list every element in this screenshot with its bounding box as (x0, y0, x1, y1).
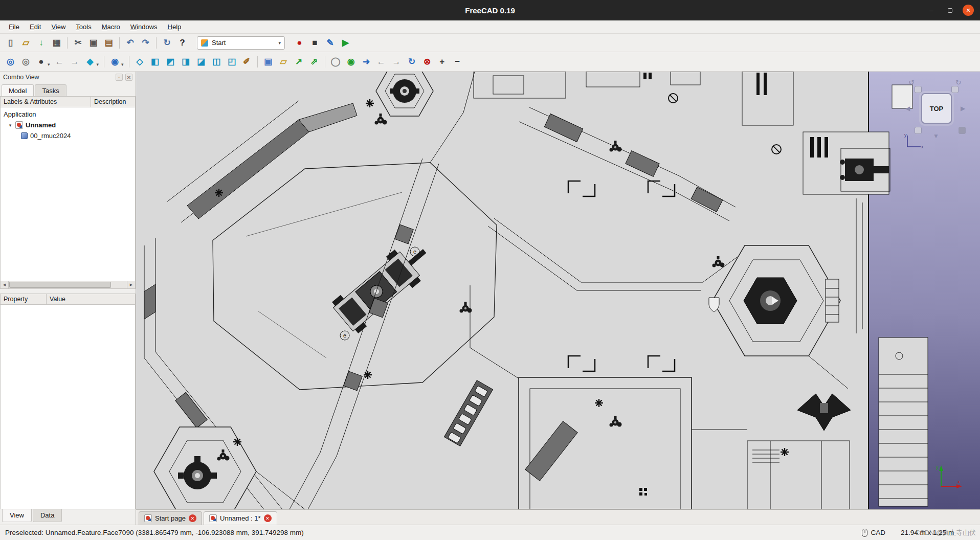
make-sub-link-button[interactable]: ⇗ (307, 55, 322, 69)
menu-help[interactable]: Help (163, 21, 186, 32)
create-part-button[interactable]: ▣ (261, 55, 276, 69)
rotate-right-icon[interactable]: ↻ (955, 79, 962, 86)
undo-button[interactable]: ↶ (123, 36, 138, 50)
navcube-corner-chip[interactable] (915, 86, 922, 93)
web-browser-button[interactable]: ◉ (344, 55, 359, 69)
menu-edit[interactable]: Edit (25, 21, 46, 32)
minimize-button[interactable]: – (926, 5, 937, 16)
tab-data[interactable]: Data (33, 509, 62, 522)
new-file-button[interactable]: ▯ (3, 36, 18, 50)
column-property[interactable]: Property (1, 294, 47, 304)
sel-forward-button[interactable]: → (68, 55, 82, 69)
web-page-button[interactable]: ◯ (328, 55, 343, 69)
web-go-button[interactable]: ➜ (359, 55, 374, 69)
file-toolbar: ▯▱↓▦ ✂▣▤ ↶↷ ↻? Start ▾ ●■✎▶ (0, 34, 980, 52)
make-link-button[interactable]: ↗ (292, 55, 306, 69)
scroll-left-icon[interactable]: ◀ (1, 281, 9, 288)
tree-horizontal-scrollbar[interactable]: ◀ ▶ (0, 281, 136, 289)
tree-item-application[interactable]: Application (1, 109, 135, 120)
cad-model-drawing[interactable]: e e (136, 72, 980, 509)
menu-view[interactable]: View (47, 21, 70, 32)
close-button[interactable]: ✕ (963, 5, 974, 16)
menu-tools[interactable]: Tools (71, 21, 96, 32)
navigation-cube[interactable]: ↺ ↻ ◀ ▶ ▼ TOP xy (906, 80, 967, 140)
stop-load-button[interactable]: ⊗ (420, 55, 435, 69)
chevron-down-icon[interactable]: ▾ (278, 40, 281, 46)
draw-style-caret-icon[interactable]: ▾ (48, 62, 50, 67)
tree-item-body[interactable]: 00_rmuc2024 (1, 130, 135, 141)
nav-forward-button[interactable]: → (389, 55, 404, 69)
refresh-button[interactable]: ↻ (160, 36, 174, 50)
origin-axis-icon: y x (935, 464, 963, 491)
tab-model[interactable]: Model (2, 84, 34, 96)
navcube-corner-chip[interactable] (951, 86, 959, 93)
scrollbar-track[interactable] (9, 281, 127, 288)
workbench-selector[interactable]: Start ▾ (197, 36, 285, 50)
macro-edit-button[interactable]: ✎ (323, 36, 338, 50)
zoom-in-button[interactable]: + (435, 55, 450, 69)
macro-stop-button[interactable]: ■ (307, 36, 322, 50)
view-top-button[interactable]: ◩ (163, 55, 178, 69)
view-front-button[interactable]: ◧ (148, 55, 163, 69)
fit-all-button[interactable]: ◎ (3, 55, 18, 69)
float-panel-icon[interactable]: ▫ (116, 74, 123, 81)
tab-unnamed-document[interactable]: Unnamed : 1* ✕ (204, 511, 277, 525)
column-labels-attributes[interactable]: Labels & Attributes (1, 97, 91, 107)
save-button[interactable]: ↓ (34, 36, 49, 50)
zoom-tool-button[interactable]: ◉ (107, 55, 122, 69)
navcube-arrow-left-icon[interactable]: ◀ (905, 105, 910, 111)
close-panel-icon[interactable]: ✕ (125, 74, 132, 81)
view-right-button[interactable]: ◨ (179, 55, 193, 69)
menu-file[interactable]: File (4, 21, 24, 32)
close-tab-icon[interactable]: ✕ (189, 514, 196, 522)
view-bottom-button[interactable]: ◫ (209, 55, 224, 69)
tab-view[interactable]: View (2, 509, 32, 522)
draw-style-button[interactable]: ● (34, 55, 49, 69)
column-value[interactable]: Value (47, 296, 135, 303)
zoom-tool-caret-icon[interactable]: ▾ (121, 62, 124, 67)
svg-text:y: y (936, 465, 939, 470)
tab-tasks[interactable]: Tasks (35, 84, 66, 96)
menu-macro[interactable]: Macro (97, 21, 125, 32)
fit-selection-button[interactable]: ◎ (18, 55, 33, 69)
close-tab-icon[interactable]: ✕ (264, 514, 272, 522)
navigation-style-indicator[interactable]: CAD (862, 529, 885, 537)
navcube-corner-chip[interactable] (959, 127, 966, 134)
view-left-button[interactable]: ◰ (225, 55, 239, 69)
page-refresh-button[interactable]: ↻ (405, 55, 419, 69)
macro-record-button[interactable]: ● (292, 36, 307, 50)
sel-back-button[interactable]: ← (52, 55, 67, 69)
expander-icon[interactable]: ▾ (8, 123, 13, 128)
print-button[interactable]: ▦ (49, 36, 64, 50)
column-description[interactable]: Description (91, 98, 135, 105)
whats-this-button[interactable]: ? (175, 36, 190, 50)
zoom-out-button[interactable]: − (450, 55, 465, 69)
axonometric-button[interactable]: ◆ (83, 55, 98, 69)
3d-viewport[interactable]: e e (136, 72, 980, 509)
redo-button[interactable]: ↷ (138, 36, 153, 50)
nav-back-button[interactable]: ← (374, 55, 389, 69)
cut-button[interactable]: ✂ (71, 36, 85, 50)
copy-button[interactable]: ▣ (86, 36, 101, 50)
measure-button[interactable]: ✐ (239, 55, 254, 69)
view-isometric-button[interactable]: ◇ (132, 55, 147, 69)
scrollbar-thumb[interactable] (9, 282, 111, 288)
maximize-button[interactable] (944, 5, 955, 16)
menu-windows[interactable]: Windows (126, 21, 162, 32)
navigation-style-label: CAD (871, 529, 885, 536)
navcube-arrow-right-icon[interactable]: ▶ (961, 105, 965, 111)
navcube-top-face[interactable]: TOP (921, 93, 952, 124)
tree-item-document[interactable]: ▾ Unnamed (1, 120, 135, 130)
create-group-button[interactable]: ▱ (276, 55, 291, 69)
view-rear-button[interactable]: ◪ (194, 55, 209, 69)
open-file-button[interactable]: ▱ (18, 36, 33, 50)
paste-button[interactable]: ▤ (101, 36, 116, 50)
toolbar-separator (325, 56, 325, 68)
navcube-arrow-down-icon[interactable]: ▼ (933, 133, 939, 139)
macro-play-button[interactable]: ▶ (338, 36, 353, 50)
axonometric-caret-icon[interactable]: ▾ (97, 62, 99, 67)
scroll-right-icon[interactable]: ▶ (127, 281, 135, 288)
model-tree: Application ▾ Unnamed 00_rmuc2024 (0, 107, 136, 281)
tab-start-page[interactable]: Start page ✕ (139, 511, 202, 525)
rotate-left-icon[interactable]: ↺ (908, 79, 915, 86)
